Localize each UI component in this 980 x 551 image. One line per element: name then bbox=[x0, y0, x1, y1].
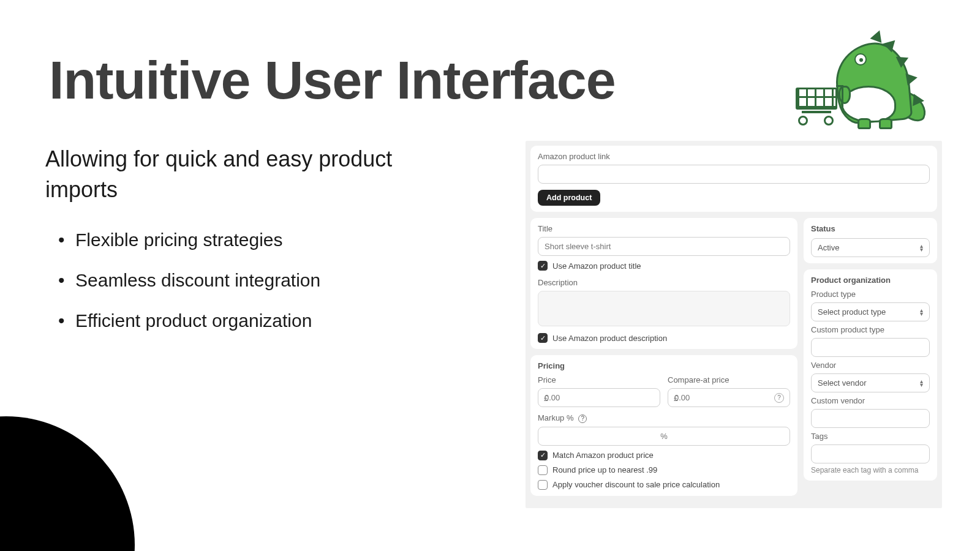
select-arrows-icon: ▴▾ bbox=[920, 309, 923, 316]
product-type-label: Product type bbox=[811, 290, 930, 299]
status-select[interactable]: Active ▴▾ bbox=[811, 238, 930, 257]
dino-mascot-icon bbox=[793, 28, 916, 129]
tags-hint: Separate each tag with a comma bbox=[811, 466, 930, 474]
use-amazon-title-checkbox[interactable] bbox=[538, 261, 548, 271]
custom-product-type-label: Custom product type bbox=[811, 325, 930, 334]
title-card: Title Use Amazon product title Descripti… bbox=[530, 218, 797, 349]
product-type-select[interactable]: Select product type ▴▾ bbox=[811, 302, 930, 321]
custom-product-type-input[interactable] bbox=[811, 338, 930, 357]
amazon-link-card: Amazon product link Add product bbox=[530, 146, 937, 212]
custom-vendor-label: Custom vendor bbox=[811, 396, 930, 405]
price-label: Price bbox=[538, 375, 660, 384]
title-label: Title bbox=[538, 224, 790, 233]
status-heading: Status bbox=[811, 224, 930, 233]
voucher-discount-label: Apply voucher discount to sale price cal… bbox=[552, 480, 720, 489]
round-price-checkbox[interactable] bbox=[538, 465, 548, 475]
price-input[interactable] bbox=[538, 388, 660, 407]
slide-subtitle: Allowing for quick and easy product impo… bbox=[45, 144, 413, 206]
custom-vendor-input[interactable] bbox=[811, 409, 930, 428]
description-label: Description bbox=[538, 278, 790, 287]
select-arrows-icon: ▴▾ bbox=[920, 380, 923, 387]
organization-heading: Product organization bbox=[811, 276, 930, 285]
bullet-item: Efficient product organization bbox=[58, 310, 320, 331]
tags-label: Tags bbox=[811, 432, 930, 441]
pricing-heading: Pricing bbox=[538, 361, 790, 370]
amazon-link-input[interactable] bbox=[538, 165, 930, 184]
compare-help-icon[interactable]: ? bbox=[774, 393, 784, 403]
voucher-discount-checkbox[interactable] bbox=[538, 480, 548, 490]
price-currency: £ bbox=[544, 393, 548, 402]
organization-card: Product organization Product type Select… bbox=[804, 269, 937, 481]
add-product-button[interactable]: Add product bbox=[538, 190, 600, 206]
compare-currency: £ bbox=[674, 393, 678, 402]
compare-price-input[interactable] bbox=[668, 388, 790, 407]
match-amazon-price-label: Match Amazon product price bbox=[552, 451, 654, 460]
bullet-item: Flexible pricing strategies bbox=[58, 230, 320, 250]
description-input[interactable] bbox=[538, 291, 790, 326]
title-input[interactable] bbox=[538, 237, 790, 256]
compare-price-label: Compare-at price bbox=[668, 375, 790, 384]
status-value: Active bbox=[818, 243, 839, 252]
use-amazon-title-label: Use Amazon product title bbox=[552, 261, 641, 271]
amazon-link-label: Amazon product link bbox=[538, 152, 930, 161]
match-amazon-price-checkbox[interactable] bbox=[538, 451, 548, 460]
markup-input[interactable] bbox=[538, 427, 790, 446]
bullet-item: Seamless discount integration bbox=[58, 270, 320, 291]
tags-input[interactable] bbox=[811, 444, 930, 463]
decorative-blob bbox=[0, 416, 135, 551]
select-arrows-icon: ▴▾ bbox=[920, 244, 923, 252]
vendor-label: Vendor bbox=[811, 361, 930, 370]
slide-title: Intuitive User Interface bbox=[49, 49, 616, 111]
markup-help-icon[interactable]: ? bbox=[578, 414, 587, 423]
use-amazon-description-label: Use Amazon product description bbox=[552, 334, 667, 343]
use-amazon-description-checkbox[interactable] bbox=[538, 333, 548, 343]
product-form: Amazon product link Add product Title Us… bbox=[526, 141, 942, 508]
status-card: Status Active ▴▾ bbox=[804, 218, 937, 263]
pricing-card: Pricing Price £ Compare-at price £ bbox=[530, 355, 797, 496]
product-type-value: Select product type bbox=[818, 307, 886, 317]
vendor-value: Select vendor bbox=[818, 378, 867, 388]
markup-label: Markup % bbox=[538, 413, 574, 422]
round-price-label: Round price up to nearest .99 bbox=[552, 465, 657, 474]
slide-bullets: Flexible pricing strategies Seamless dis… bbox=[58, 230, 320, 351]
vendor-select[interactable]: Select vendor ▴▾ bbox=[811, 373, 930, 392]
